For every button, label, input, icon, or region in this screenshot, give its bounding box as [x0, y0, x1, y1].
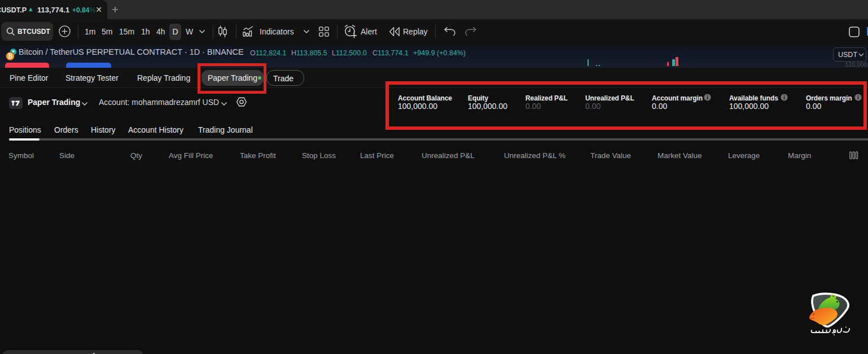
svg-text:₿: ₿: [8, 53, 12, 59]
